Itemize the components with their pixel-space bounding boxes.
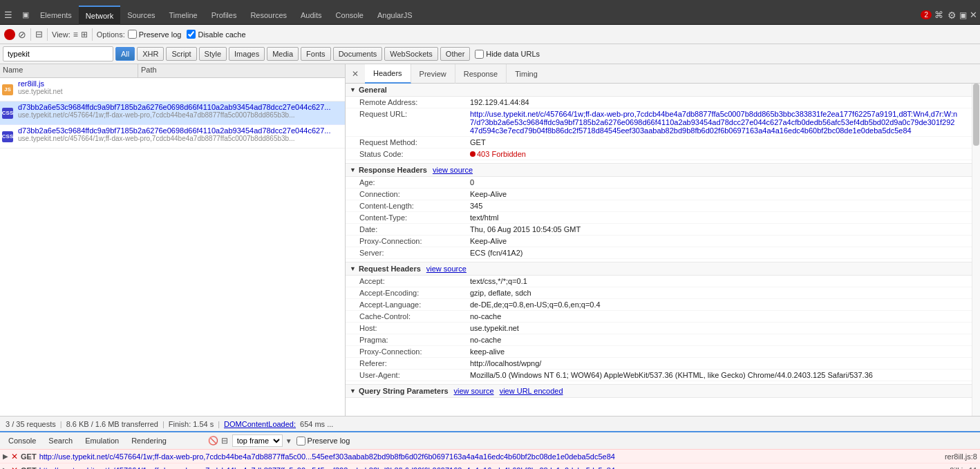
console-tab[interactable]: Console: [3, 432, 41, 449]
record-button[interactable]: [4, 29, 15, 40]
general-section-header[interactable]: ▼ General: [346, 84, 972, 97]
filter-other-btn[interactable]: Other: [440, 47, 471, 61]
filter-script-btn[interactable]: Script: [166, 47, 196, 61]
dock-icon[interactable]: ▣: [959, 10, 967, 20]
query-string-view-url-encoded[interactable]: view URL encoded: [500, 387, 563, 395]
toolbar-separator-1: [30, 28, 31, 41]
devtools-icon-panel[interactable]: ▣: [18, 6, 33, 25]
response-headers-triangle-icon: ▼: [350, 166, 356, 173]
tab-network[interactable]: Network: [79, 6, 120, 25]
query-string-view-source[interactable]: view source: [454, 387, 494, 395]
console-clear-icon[interactable]: 🚫: [208, 436, 218, 446]
tab-elements[interactable]: Elements: [33, 6, 79, 25]
console-filter-icon[interactable]: ⊟: [221, 436, 228, 446]
tab-timing[interactable]: Timing: [507, 64, 546, 84]
list-item[interactable]: JS rer8ill.js use.typekit.net: [0, 78, 345, 102]
devtools-icon[interactable]: ☰: [0, 6, 17, 25]
query-string-section-header[interactable]: ▼ Query String Parameters view source vi…: [346, 384, 972, 398]
filter-all-btn[interactable]: All: [115, 47, 135, 61]
tab-headers[interactable]: Headers: [365, 64, 411, 84]
filter-images-btn[interactable]: Images: [229, 47, 265, 61]
scrollbar-thumb[interactable]: [973, 84, 979, 146]
console-preserve-log-label[interactable]: Preserve log: [296, 437, 350, 446]
hide-data-urls-checkbox[interactable]: [475, 50, 484, 59]
detail-value: 345: [470, 202, 482, 210]
panel-close-icon[interactable]: ✕: [348, 67, 362, 81]
console-preserve-log-checkbox[interactable]: [296, 437, 305, 446]
filter-icon[interactable]: ⊟: [35, 29, 43, 39]
response-headers-rows: Age:0 Connection:Keep-Alive Content-Leng…: [346, 177, 972, 259]
response-headers-section-header[interactable]: ▼ Response Headers view source: [346, 163, 972, 177]
tab-resources[interactable]: Resources: [243, 6, 294, 25]
console-preserve-log-text: Preserve log: [308, 437, 350, 445]
toolbar-separator-3: [92, 28, 93, 41]
detail-wrapper: ▼ General Remote Address: 192.129.41.44:…: [346, 84, 980, 416]
tab-profiles[interactable]: Profiles: [205, 6, 244, 25]
detail-row: Connection:Keep-Alive: [346, 189, 972, 200]
close-devtools-icon[interactable]: ✕: [970, 10, 977, 20]
stop-recording-button[interactable]: ⊘: [18, 29, 26, 40]
preserve-log-checkbox-label[interactable]: Preserve log: [128, 30, 182, 39]
detail-value-url: http://use.typekit.net/c/457664/1w;ff-da…: [470, 110, 958, 135]
list-item[interactable]: CSS d73bb2a6e53c9684ffdc9a9bf7185b2a6276…: [0, 102, 345, 125]
detail-row: Remote Address: 192.129.41.44:84: [346, 97, 972, 108]
detail-row: Age:0: [346, 177, 972, 189]
search-tab[interactable]: Search: [43, 432, 78, 449]
error-expand-icon-2[interactable]: ▶: [3, 466, 8, 469]
js-icon: JS: [2, 84, 13, 95]
search-input[interactable]: [3, 46, 113, 61]
disable-cache-label: Disable cache: [198, 30, 245, 39]
rendering-tab[interactable]: Rendering: [126, 432, 172, 449]
disable-cache-checkbox[interactable]: [187, 30, 196, 39]
tab-sources[interactable]: Sources: [120, 6, 162, 25]
tab-response[interactable]: Response: [455, 64, 507, 84]
request-path: use.typekit.net: [18, 88, 342, 95]
tab-angularjs[interactable]: AngularJS: [370, 6, 420, 25]
response-headers-title: Response Headers: [359, 166, 427, 174]
detail-key: Accept-Encoding:: [359, 289, 470, 297]
detail-key: Request Method:: [359, 138, 470, 146]
preserve-log-checkbox[interactable]: [128, 30, 137, 39]
console-bar: Console Search Emulation Rendering 🚫 ⊟ t…: [0, 431, 980, 449]
tab-audits[interactable]: Audits: [294, 6, 329, 25]
settings-icon[interactable]: ⚙: [948, 10, 957, 21]
list-item[interactable]: CSS d73bb2a6e53c9684ffdc9a9bf7185b2a6276…: [0, 125, 345, 149]
request-icon: JS: [0, 78, 15, 101]
error-row[interactable]: ▶ ✕ GET http://use.typekit.net/c/457664/…: [0, 450, 980, 463]
detail-value: 192.129.41.44:84: [470, 98, 958, 106]
filter-fonts-btn[interactable]: Fonts: [301, 47, 331, 61]
filter-media-btn[interactable]: Media: [267, 47, 299, 61]
detail-key: Date:: [359, 225, 470, 233]
hide-data-urls-label[interactable]: Hide data URLs: [475, 50, 540, 59]
error-row[interactable]: ▶ ✕ GET http://use.typekit.net/c/457664/…: [0, 463, 980, 469]
filter-documents-btn[interactable]: Documents: [333, 47, 383, 61]
list-view-icon[interactable]: ≡: [73, 30, 78, 39]
status-dot-icon: [470, 151, 475, 157]
console-dropdown-icon[interactable]: ▼: [285, 437, 292, 445]
tab-console[interactable]: Console: [329, 6, 370, 25]
filter-style-btn[interactable]: Style: [199, 47, 227, 61]
detail-row: Status Code: 403 Forbidden: [346, 149, 972, 160]
disable-cache-checkbox-label[interactable]: Disable cache: [187, 30, 245, 39]
console-context-select[interactable]: top frame: [232, 434, 283, 447]
filter-xhr-btn[interactable]: XHR: [137, 47, 164, 61]
transferred-info: 8.6 KB / 1.6 MB transferred: [66, 420, 158, 428]
request-headers-section-header[interactable]: ▼ Request Headers view source: [346, 262, 972, 276]
main-content: Name Path JS rer8ill.js use.typekit.net …: [0, 64, 980, 416]
console-drawer-icon[interactable]: ⌘: [934, 10, 943, 20]
detail-scrollbar[interactable]: [972, 84, 980, 416]
request-headers-title: Request Headers: [359, 265, 421, 273]
error-expand-icon[interactable]: ▶: [3, 452, 8, 460]
detail-value: ECS (fcn/41A2): [470, 249, 522, 257]
path-column-header: Path: [138, 64, 345, 77]
detail-value: gzip, deflate, sdch: [470, 289, 531, 297]
tab-preview[interactable]: Preview: [411, 64, 455, 84]
detail-key: Content-Length:: [359, 202, 470, 210]
tree-view-icon[interactable]: ⊞: [81, 30, 88, 39]
request-headers-view-source[interactable]: view source: [426, 265, 467, 273]
tab-timeline[interactable]: Timeline: [162, 6, 205, 25]
response-headers-view-source[interactable]: view source: [433, 166, 473, 174]
detail-key: Proxy-Connection:: [359, 347, 470, 356]
filter-websockets-btn[interactable]: WebSockets: [384, 47, 438, 61]
emulation-tab[interactable]: Emulation: [79, 432, 124, 449]
